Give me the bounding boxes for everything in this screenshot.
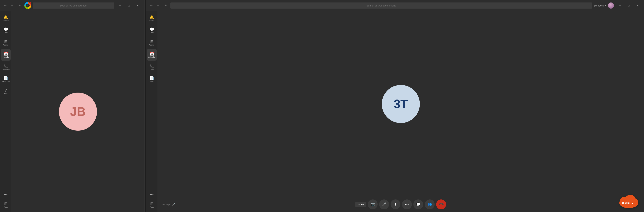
- left-close-button[interactable]: ✕: [133, 3, 142, 9]
- left-sidebar: 🔔 Activiteit 💬 Chat ⊞ Teams 📅 Agenda 📞 O…: [0, 11, 12, 212]
- right-maximize-button[interactable]: □: [624, 3, 633, 9]
- right-search-input[interactable]: [170, 3, 592, 9]
- apps-icon: ⊞: [4, 202, 8, 205]
- avatar-jb: JB: [59, 92, 97, 131]
- sidebar-label-calls: Oproepen: [2, 68, 10, 70]
- activity-icon: 🔔: [4, 15, 8, 19]
- sidebar-item-calendar[interactable]: 📅 Agenda: [1, 49, 11, 61]
- right-back-button[interactable]: ←: [148, 3, 154, 9]
- share-button[interactable]: ⬆: [390, 199, 400, 209]
- left-window-controls: ─ □ ✕: [116, 3, 142, 9]
- right-sidebar-item-apps[interactable]: ⊞ Apps: [147, 199, 157, 210]
- teams-icon: ⊞: [4, 40, 8, 43]
- caller-mic-icon: 🎤: [172, 203, 175, 206]
- right-teams-icon: ⊞: [150, 40, 154, 43]
- calendar-icon: 📅: [4, 52, 8, 56]
- right-apps-icon: ⊞: [150, 202, 154, 205]
- right-chat-icon: 💬: [150, 27, 154, 31]
- end-call-button[interactable]: 📞: [436, 199, 446, 209]
- avatar-3t-initials: 3T: [394, 97, 408, 111]
- user-dropdown-icon[interactable]: ▾: [605, 4, 606, 7]
- right-sidebar-label-apps: Apps: [150, 206, 154, 208]
- right-files-icon: 📄: [150, 76, 154, 80]
- right-titlebar: ← → ✎ Bernaers ▾ ─ □ ✕: [146, 0, 644, 11]
- left-back-button[interactable]: ←: [2, 3, 8, 9]
- left-content: JB: [12, 11, 144, 212]
- left-edit-button[interactable]: ✎: [17, 3, 23, 9]
- left-window: ← → ✎ T ─ □ ✕ 🔔 Activiteit 💬: [0, 0, 144, 212]
- user-area: Bernaers ▾: [594, 3, 614, 9]
- sidebar-item-files[interactable]: 📄 Bestanden: [1, 73, 11, 85]
- sidebar-label-teams: Teams: [3, 44, 8, 46]
- left-forward-button[interactable]: →: [9, 3, 15, 9]
- sidebar-item-teams[interactable]: ⊞ Teams: [1, 37, 11, 48]
- username-label: Bernaers: [594, 4, 604, 7]
- right-sidebar-item-files[interactable]: 📄 Files: [147, 73, 157, 85]
- right-forward-button[interactable]: →: [155, 3, 161, 9]
- call-controls-bar: 365 Tips 🎤 00:05 📷 🎤 ⬆ ••• 💬: [158, 197, 644, 212]
- chat-button[interactable]: 💬: [413, 199, 423, 209]
- right-sidebar-label-teams: Teams: [149, 44, 154, 46]
- right-close-button[interactable]: ✕: [633, 3, 642, 9]
- right-sidebar-label-calls: Calls: [150, 68, 154, 70]
- avatar-jb-initials: JB: [70, 104, 86, 119]
- chat-icon: 💬: [4, 27, 8, 31]
- video-button[interactable]: 📷: [368, 199, 378, 209]
- right-sidebar-item-teams[interactable]: ⊞ Teams: [147, 37, 157, 48]
- caller-info: 365 Tips 🎤: [161, 203, 175, 206]
- caller-name-label: 365 Tips: [161, 203, 170, 206]
- sidebar-more-button[interactable]: •••: [1, 191, 11, 198]
- left-maximize-button[interactable]: □: [124, 3, 133, 9]
- right-minimize-button[interactable]: ─: [616, 3, 624, 9]
- call-timer: 00:05: [355, 202, 366, 207]
- user-avatar[interactable]: [608, 3, 614, 9]
- right-sidebar-label-calendar: Calendar: [148, 56, 155, 58]
- sidebar-item-activity[interactable]: 🔔 Activiteit: [1, 13, 11, 24]
- sidebar-label-help: Tello: [4, 93, 8, 95]
- notification-dot: [30, 2, 31, 4]
- sidebar-item-help[interactable]: ? Tello: [1, 86, 11, 97]
- right-sidebar-label-files: Files: [150, 81, 154, 82]
- calls-icon: 📞: [4, 64, 8, 68]
- more-button[interactable]: •••: [402, 199, 412, 209]
- right-sidebar-item-activity[interactable]: 🔔 Activity: [147, 13, 157, 24]
- video-icon: 📷: [370, 202, 375, 206]
- right-calls-icon: 📞: [150, 64, 154, 68]
- left-titlebar: ← → ✎ T ─ □ ✕: [0, 0, 144, 11]
- files-icon: 📄: [4, 76, 8, 80]
- mute-button[interactable]: 🎤: [379, 199, 389, 209]
- right-nav-buttons: ← →: [148, 3, 161, 9]
- share-icon: ⬆: [394, 202, 397, 206]
- right-sidebar-more-button[interactable]: •••: [147, 191, 157, 198]
- participants-button[interactable]: 👥: [425, 199, 435, 209]
- sidebar-item-apps[interactable]: ⊞ Apps: [1, 199, 11, 210]
- right-sidebar-item-chat[interactable]: 💬 Chat: [147, 25, 157, 36]
- right-window-controls: ─ □ ✕: [616, 3, 642, 9]
- avatar-3t: 3T: [382, 85, 420, 123]
- mute-icon: 🎤: [382, 202, 386, 206]
- window-divider: [144, 0, 146, 212]
- sidebar-item-chat[interactable]: 💬 Chat: [1, 25, 11, 36]
- right-edit-button[interactable]: ✎: [163, 3, 169, 9]
- help-icon: ?: [4, 88, 7, 92]
- right-activity-icon: 🔔: [150, 15, 154, 19]
- left-search-input[interactable]: [33, 3, 114, 9]
- sidebar-label-chat: Chat: [4, 32, 8, 34]
- sidebar-label-apps: Apps: [4, 206, 8, 208]
- left-minimize-button[interactable]: ─: [116, 3, 124, 9]
- left-main-layout: 🔔 Activiteit 💬 Chat ⊞ Teams 📅 Agenda 📞 O…: [0, 11, 144, 212]
- right-sidebar-item-calendar[interactable]: 📅 Calendar: [147, 49, 157, 61]
- participants-icon: 👥: [428, 202, 432, 206]
- tips-logo: ❀365tips: [618, 193, 640, 208]
- right-sidebar-item-calls[interactable]: 📞 Calls: [147, 61, 157, 73]
- right-content: 3T 365 Tips 🎤 00:05 📷 🎤 ⬆: [158, 11, 644, 212]
- sidebar-label-activity: Activiteit: [2, 20, 9, 22]
- right-sidebar-label-activity: Activity: [149, 20, 154, 22]
- sidebar-label-files: Bestanden: [2, 81, 10, 82]
- sidebar-item-calls[interactable]: 📞 Oproepen: [1, 61, 11, 73]
- svg-text:❀365tips: ❀365tips: [622, 201, 634, 205]
- right-window: ← → ✎ Bernaers ▾ ─ □ ✕ 🔔 Activity 💬 Chat: [146, 0, 644, 212]
- call-area: 3T: [158, 11, 644, 197]
- right-main-layout: 🔔 Activity 💬 Chat ⊞ Teams 📅 Calendar 📞 C…: [146, 11, 644, 212]
- more-icon: •••: [405, 202, 409, 206]
